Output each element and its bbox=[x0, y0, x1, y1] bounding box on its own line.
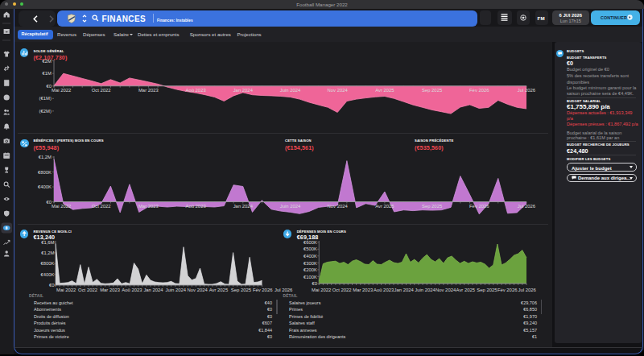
svg-text:Mar 2023: Mar 2023 bbox=[138, 88, 159, 93]
svg-text:Nov 2024: Nov 2024 bbox=[328, 88, 349, 93]
svg-text:€1,2M: €1,2M bbox=[41, 250, 54, 255]
svg-text:Mai 2022: Mai 2022 bbox=[52, 204, 71, 209]
svg-text:Juin 2024: Juin 2024 bbox=[280, 88, 301, 93]
svg-text:Jul 2026: Jul 2026 bbox=[275, 288, 293, 292]
svg-text:Oct 2022: Oct 2022 bbox=[332, 288, 352, 292]
svg-text:€800K: €800K bbox=[40, 261, 54, 266]
svg-text:Jul 2026: Jul 2026 bbox=[518, 88, 536, 93]
svg-text:Juin 2024: Juin 2024 bbox=[280, 204, 301, 209]
svg-text:Fév 2026: Fév 2026 bbox=[253, 288, 273, 292]
svg-text:Jan 2024: Jan 2024 bbox=[394, 288, 415, 292]
svg-text:Sep 2025: Sep 2025 bbox=[422, 88, 443, 93]
svg-text:(€1M): (€1M) bbox=[39, 96, 52, 101]
svg-text:Oct 2022: Oct 2022 bbox=[78, 288, 97, 292]
svg-text:Aoû 2023: Aoû 2023 bbox=[374, 288, 394, 292]
svg-text:Jan 2024: Jan 2024 bbox=[233, 204, 254, 209]
svg-text:(€2M): (€2M) bbox=[39, 109, 52, 114]
svg-text:Oct 2022: Oct 2022 bbox=[92, 88, 111, 93]
svg-text:Aoû 2023: Aoû 2023 bbox=[122, 288, 142, 292]
svg-text:Avr 2025: Avr 2025 bbox=[375, 88, 394, 93]
svg-text:Sep 2025: Sep 2025 bbox=[231, 288, 252, 292]
svg-text:€1,2M: €1,2M bbox=[39, 155, 52, 159]
svg-text:Sep 2025: Sep 2025 bbox=[422, 204, 443, 209]
svg-text:Mai 2022: Mai 2022 bbox=[52, 88, 71, 93]
svg-text:Jul 2026: Jul 2026 bbox=[518, 204, 536, 209]
svg-text:Juin 2024: Juin 2024 bbox=[415, 288, 436, 292]
svg-text:Jan 2024: Jan 2024 bbox=[233, 88, 254, 93]
svg-text:€0: €0 bbox=[312, 281, 317, 286]
svg-text:Avr 2025: Avr 2025 bbox=[209, 288, 229, 292]
svg-text:€400K: €400K bbox=[38, 184, 52, 189]
svg-text:Nov 2024: Nov 2024 bbox=[188, 288, 208, 292]
svg-text:Aoû 2023: Aoû 2023 bbox=[185, 204, 206, 209]
svg-text:Jan 2024: Jan 2024 bbox=[143, 288, 163, 292]
svg-text:Aoû 2023: Aoû 2023 bbox=[185, 88, 206, 93]
svg-text:€1,6M: €1,6M bbox=[41, 240, 54, 245]
svg-text:€400K: €400K bbox=[303, 254, 317, 259]
svg-text:€500K: €500K bbox=[303, 246, 317, 251]
svg-text:€1M: €1M bbox=[43, 71, 52, 76]
svg-text:Juin 2024: Juin 2024 bbox=[166, 288, 187, 292]
svg-text:€100K: €100K bbox=[303, 275, 317, 279]
svg-text:Mai 2022: Mai 2022 bbox=[312, 288, 331, 292]
svg-text:Mar 2023: Mar 2023 bbox=[100, 288, 121, 292]
svg-text:€600K: €600K bbox=[303, 240, 317, 245]
svg-text:Oct 2022: Oct 2022 bbox=[92, 204, 111, 209]
svg-text:Sep 2025: Sep 2025 bbox=[477, 288, 497, 292]
svg-text:€2M: €2M bbox=[43, 59, 52, 64]
svg-text:Fév 2026: Fév 2026 bbox=[497, 288, 518, 292]
svg-text:Fév 2026: Fév 2026 bbox=[469, 204, 489, 209]
svg-text:€800K: €800K bbox=[38, 170, 52, 175]
svg-text:€300K: €300K bbox=[303, 261, 317, 266]
svg-text:Avr 2025: Avr 2025 bbox=[375, 204, 394, 209]
svg-text:€0: €0 bbox=[49, 283, 55, 288]
svg-text:Fév 2026: Fév 2026 bbox=[469, 88, 489, 93]
svg-text:Nov 2024: Nov 2024 bbox=[436, 288, 456, 292]
svg-text:€200K: €200K bbox=[303, 267, 317, 272]
svg-text:Nov 2024: Nov 2024 bbox=[328, 204, 349, 209]
svg-text:Avr 2025: Avr 2025 bbox=[456, 288, 476, 292]
svg-text:€400K: €400K bbox=[40, 272, 54, 277]
svg-text:Jul 2026: Jul 2026 bbox=[518, 288, 537, 292]
svg-text:Mar 2023: Mar 2023 bbox=[353, 288, 374, 292]
svg-text:Mar 2023: Mar 2023 bbox=[138, 204, 159, 209]
svg-text:Mai 2022: Mai 2022 bbox=[56, 288, 76, 292]
